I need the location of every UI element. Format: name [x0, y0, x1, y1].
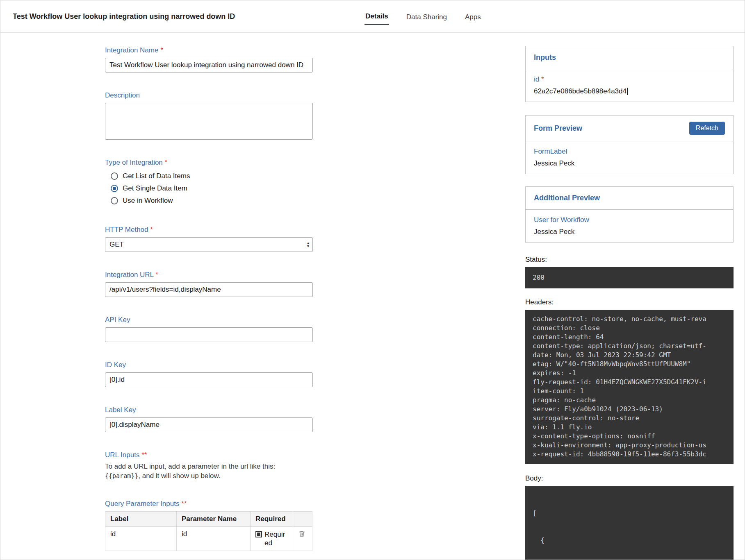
integration-url-label: Integration URL * [105, 271, 313, 279]
url-inputs-label: URL Inputs ** [105, 451, 313, 459]
type-of-integration-label: Type of Integration * [105, 159, 313, 167]
table-row: id id Required [105, 527, 312, 551]
http-method-group: HTTP Method * GET ▴▾ [105, 226, 313, 252]
api-key-group: API Key [105, 316, 313, 342]
query-parameter-inputs-label: Query Parameter Inputs ** [105, 500, 313, 508]
param-required-cell: Required [251, 527, 293, 551]
additional-preview-card: Additional Preview User for Workflow Jes… [525, 186, 734, 243]
required-asterisk: * [160, 46, 163, 54]
additional-preview-card-header: Additional Preview [526, 187, 733, 210]
inputs-card: Inputs id * 62a2c7e086bde5b898e4a3d4 [525, 46, 734, 102]
refetch-button[interactable]: Refetch [689, 122, 725, 135]
description-label: Description [105, 91, 313, 100]
status-label: Status: [525, 256, 734, 264]
integration-name-input[interactable] [105, 58, 313, 73]
form-preview-card-body: FormLabel Jessica Peck [526, 141, 733, 174]
status-console: 200 [525, 267, 734, 288]
text-cursor [627, 88, 628, 95]
body-label: Body: [525, 474, 734, 483]
description-group: Description [105, 91, 313, 140]
url-inputs-help-text: To add a URL input, add a parameter in t… [105, 462, 313, 481]
form-preview-card: Form Preview Refetch FormLabel Jessica P… [525, 115, 734, 174]
column-header-label: Label [105, 512, 177, 527]
radio-circle-selected-icon[interactable] [111, 185, 118, 192]
response-body-console: [ { "displayName": "Jessica Peck", "id":… [525, 486, 734, 560]
http-method-select[interactable]: GET ▴▾ [105, 237, 313, 252]
label-key-label: Label Key [105, 406, 313, 414]
api-key-input[interactable] [105, 327, 313, 342]
radio-label: Use in Workflow [123, 197, 173, 205]
additional-preview-card-body: User for Workflow Jessica Peck [526, 210, 733, 242]
radio-get-list-of-data-items[interactable]: Get List of Data Items [105, 170, 313, 182]
column-header-required: Required [251, 512, 293, 527]
headers-console: cache-control: no-store, no-cache, must-… [525, 310, 734, 464]
param-code-snippet: {{param}} [105, 472, 138, 480]
user-for-workflow-value: Jessica Peck [534, 228, 725, 236]
required-asterisk: * [150, 226, 153, 234]
tab-apps[interactable]: Apps [464, 9, 482, 25]
required-double-asterisk: ** [141, 451, 147, 459]
page-title: Test Workflow User lookup integration us… [13, 12, 235, 21]
tab-bar: Details Data Sharing Apps [365, 0, 482, 33]
user-for-workflow-label: User for Workflow [534, 216, 725, 224]
radio-label: Get Single Data Item [123, 184, 187, 193]
radio-use-in-workflow[interactable]: Use in Workflow [105, 195, 313, 207]
required-checkbox[interactable] [255, 531, 262, 537]
radio-label: Get List of Data Items [123, 172, 190, 180]
id-key-input[interactable] [105, 372, 313, 387]
required-asterisk: * [165, 159, 168, 166]
id-key-label: ID Key [105, 361, 313, 369]
form-label-field-label: FormLabel [534, 147, 725, 156]
integration-name-label: Integration Name * [105, 46, 313, 54]
id-key-group: ID Key [105, 361, 313, 387]
form-label-field-value: Jessica Peck [534, 159, 725, 168]
required-checkbox-label: Required [264, 530, 288, 547]
type-of-integration-group: Type of Integration * Get List of Data I… [105, 159, 313, 207]
form-preview-card-title: Form Preview [534, 124, 582, 133]
table-header-row: Label Parameter Name Required [105, 512, 312, 527]
api-key-label: API Key [105, 316, 313, 324]
required-asterisk: * [541, 75, 544, 83]
tab-data-sharing[interactable]: Data Sharing [406, 9, 448, 25]
query-parameters-table: Label Parameter Name Required id id Requ… [105, 511, 312, 551]
tab-details[interactable]: Details [365, 8, 389, 25]
inputs-card-title: Inputs [534, 53, 556, 62]
preview-sidebar: Inputs id * 62a2c7e086bde5b898e4a3d4 For… [525, 46, 734, 560]
column-header-actions [293, 512, 312, 527]
integration-form: Integration Name * Description Type of I… [105, 46, 313, 560]
http-method-label: HTTP Method * [105, 226, 313, 234]
input-id-field[interactable]: 62a2c7e086bde5b898e4a3d4 [534, 87, 725, 95]
headers-label: Headers: [525, 298, 734, 306]
query-parameter-inputs-group: Query Parameter Inputs ** Label Paramete… [105, 500, 313, 551]
required-double-asterisk: ** [181, 500, 187, 508]
inputs-card-body: id * 62a2c7e086bde5b898e4a3d4 [526, 69, 733, 102]
url-inputs-group: URL Inputs ** To add a URL input, add a … [105, 451, 313, 481]
main-content: Integration Name * Description Type of I… [0, 33, 745, 560]
description-textarea[interactable] [105, 103, 313, 140]
label-key-input[interactable] [105, 417, 313, 432]
integration-url-input[interactable] [105, 282, 313, 297]
form-preview-card-header: Form Preview Refetch [526, 116, 733, 141]
radio-circle-icon[interactable] [111, 197, 118, 204]
inputs-card-header: Inputs [526, 46, 733, 69]
radio-circle-icon[interactable] [111, 172, 118, 180]
param-actions-cell [293, 527, 312, 551]
param-label-cell[interactable]: id [105, 527, 177, 551]
trash-icon[interactable] [298, 530, 305, 537]
input-id-label: id * [534, 75, 725, 84]
integration-name-group: Integration Name * [105, 46, 313, 73]
select-arrows-icon: ▴▾ [307, 241, 309, 248]
param-name-cell[interactable]: id [177, 527, 251, 551]
column-header-parameter-name: Parameter Name [177, 512, 251, 527]
additional-preview-card-title: Additional Preview [534, 194, 600, 202]
http-method-value: GET [109, 240, 124, 249]
top-bar: Test Workflow User lookup integration us… [0, 0, 745, 33]
integration-url-group: Integration URL * [105, 271, 313, 297]
radio-get-single-data-item[interactable]: Get Single Data Item [105, 182, 313, 195]
label-key-group: Label Key [105, 406, 313, 432]
required-asterisk: * [155, 271, 158, 279]
